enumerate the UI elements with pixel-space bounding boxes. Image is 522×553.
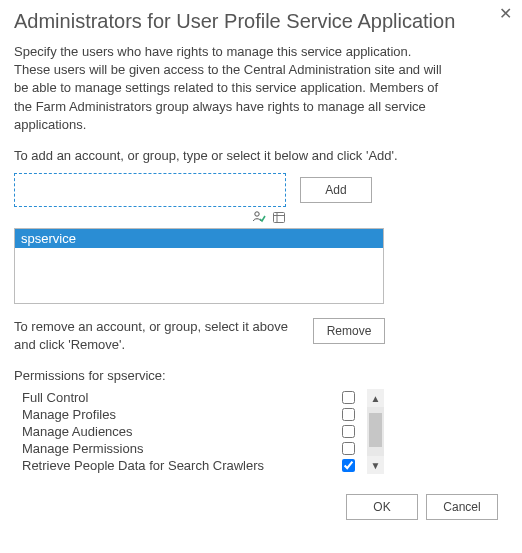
permission-label: Full Control	[22, 390, 88, 405]
permission-row: Manage Profiles	[14, 406, 361, 423]
accounts-listbox[interactable]: spservice	[14, 228, 384, 304]
check-names-icon[interactable]	[252, 209, 270, 225]
scroll-track[interactable]	[367, 407, 384, 456]
scroll-down-icon[interactable]: ▼	[367, 456, 384, 474]
add-instruction: To add an account, or group, type or sel…	[14, 148, 508, 163]
permission-row: Manage Audiences	[14, 423, 361, 440]
cancel-button[interactable]: Cancel	[426, 494, 498, 520]
permission-row: Full Control	[14, 389, 361, 406]
permission-checkbox[interactable]	[342, 425, 355, 438]
permission-checkbox[interactable]	[342, 442, 355, 455]
permission-label: Manage Permissions	[22, 441, 143, 456]
account-input[interactable]	[14, 173, 286, 207]
scroll-up-icon[interactable]: ▲	[367, 389, 384, 407]
admin-dialog: ✕ Administrators for User Profile Servic…	[0, 0, 522, 536]
dialog-description: Specify the users who have rights to man…	[14, 43, 444, 134]
close-icon[interactable]: ✕	[499, 6, 512, 22]
permission-label: Retrieve People Data for Search Crawlers	[22, 458, 264, 473]
remove-button[interactable]: Remove	[313, 318, 385, 344]
permission-checkbox[interactable]	[342, 459, 355, 472]
permissions-box: Full ControlManage ProfilesManage Audien…	[14, 389, 384, 474]
list-item[interactable]: spservice	[15, 229, 383, 248]
permission-row: Manage Permissions	[14, 440, 361, 457]
permission-label: Manage Profiles	[22, 407, 116, 422]
svg-point-0	[255, 212, 259, 216]
remove-instruction: To remove an account, or group, select i…	[14, 318, 299, 354]
permissions-label: Permissions for spservice:	[14, 368, 508, 383]
browse-icon[interactable]	[272, 209, 286, 225]
permission-checkbox[interactable]	[342, 408, 355, 421]
permissions-scrollbar[interactable]: ▲ ▼	[367, 389, 384, 474]
svg-rect-1	[274, 212, 285, 222]
dialog-title: Administrators for User Profile Service …	[14, 10, 508, 33]
permission-row: Retrieve People Data for Search Crawlers	[14, 457, 361, 474]
scroll-thumb[interactable]	[369, 413, 382, 447]
permission-label: Manage Audiences	[22, 424, 133, 439]
add-button[interactable]: Add	[300, 177, 372, 203]
ok-button[interactable]: OK	[346, 494, 418, 520]
permission-checkbox[interactable]	[342, 391, 355, 404]
